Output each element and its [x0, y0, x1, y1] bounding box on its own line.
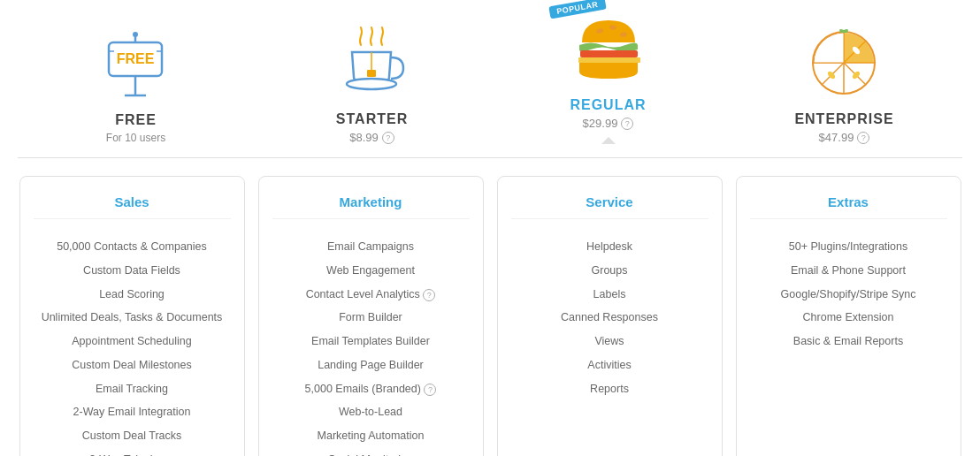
list-item: Custom Deal Milestones: [34, 353, 231, 377]
list-item: Web Engagement: [272, 259, 470, 283]
list-item: Email Campaigns: [272, 235, 470, 259]
analytics-help-icon[interactable]: ?: [423, 289, 435, 301]
emails-help-icon[interactable]: ?: [424, 384, 436, 396]
list-item: Email Tracking: [34, 377, 231, 401]
extras-title: Extras: [750, 194, 947, 219]
list-item: Social Monitoring: [272, 448, 470, 456]
list-item: Custom Data Fields: [34, 259, 231, 283]
marketing-card: Marketing Email Campaigns Web Engagement…: [258, 176, 484, 456]
marketing-title: Marketing: [272, 194, 470, 219]
pricing-container: FREE FREE For 10 users: [0, 0, 980, 456]
list-item: Chrome Extension: [750, 306, 947, 330]
regular-icon: POPULAR: [569, 9, 648, 88]
list-item: 2-Way Telephony: [34, 448, 231, 456]
free-icon: FREE: [96, 24, 176, 103]
plan-regular[interactable]: POPULAR REGULAR: [511, 9, 706, 144]
extras-card: Extras 50+ Plugins/Integrations Email & …: [736, 176, 961, 456]
list-item: Views: [511, 330, 708, 353]
features-grid: Sales 50,000 Contacts & Companies Custom…: [18, 176, 962, 456]
service-title: Service: [511, 194, 708, 219]
list-item: Marketing Automation: [272, 424, 470, 448]
list-item: Helpdesk: [511, 235, 708, 259]
svg-text:FREE: FREE: [117, 51, 155, 66]
list-item: Lead Scoring: [34, 283, 231, 307]
plan-starter-price: $8.99 ?: [349, 131, 394, 144]
list-item: 2-Way Email Integration: [34, 400, 231, 424]
svg-point-1: [133, 32, 138, 37]
service-card: Service Helpdesk Groups Labels Canned Re…: [497, 176, 723, 456]
list-item: Web-to-Lead: [272, 400, 470, 424]
extras-list: 50+ Plugins/Integrations Email & Phone S…: [750, 235, 947, 353]
plan-starter[interactable]: STARTER $8.99 ?: [275, 23, 470, 144]
svg-point-8: [347, 79, 396, 89]
starter-icon: [333, 23, 412, 103]
list-item: Landing Page Builder: [272, 353, 470, 377]
service-list: Helpdesk Groups Labels Canned Responses …: [511, 235, 708, 400]
list-item: Form Builder: [272, 306, 470, 330]
plan-free-name: FREE: [115, 112, 157, 128]
list-item: Unlimited Deals, Tasks & Documents: [34, 306, 231, 330]
list-item: 50+ Plugins/Integrations: [750, 235, 947, 259]
list-item: Canned Responses: [511, 306, 708, 330]
list-item: Reports: [511, 377, 708, 401]
list-item: Basic & Email Reports: [750, 330, 947, 353]
starter-help-icon[interactable]: ?: [382, 132, 394, 144]
list-item: Appointment Scheduling: [34, 330, 231, 353]
plan-free[interactable]: FREE FREE For 10 users: [39, 24, 234, 144]
svg-rect-14: [580, 50, 638, 57]
list-item: Contact Level Analytics ?: [272, 283, 470, 307]
plan-enterprise-name: ENTERPRISE: [794, 111, 893, 127]
sales-title: Sales: [34, 194, 231, 219]
sales-card: Sales 50,000 Contacts & Companies Custom…: [19, 176, 245, 456]
plans-header: FREE FREE For 10 users: [18, 9, 962, 158]
list-item: 50,000 Contacts & Companies: [34, 235, 231, 259]
plan-regular-price: $29.99 ?: [583, 117, 634, 130]
plan-starter-name: STARTER: [336, 111, 408, 127]
list-item: Groups: [511, 259, 708, 283]
regular-arrow: [601, 137, 616, 144]
svg-rect-10: [367, 70, 376, 77]
list-item: Google/Shopify/Stripe Sync: [750, 283, 947, 307]
list-item: Custom Deal Tracks: [34, 424, 231, 448]
list-item: Email & Phone Support: [750, 259, 947, 283]
plan-enterprise-price: $47.99 ?: [819, 131, 870, 144]
sales-list: 50,000 Contacts & Companies Custom Data …: [34, 235, 231, 456]
plan-free-subtitle: For 10 users: [106, 132, 165, 144]
list-item: Email Templates Builder: [272, 330, 470, 353]
plan-enterprise[interactable]: ENTERPRISE $47.99 ?: [747, 23, 942, 144]
list-item: 5,000 Emails (Branded) ?: [272, 377, 470, 401]
marketing-list: Email Campaigns Web Engagement Contact L…: [272, 235, 470, 456]
enterprise-help-icon[interactable]: ?: [857, 132, 869, 144]
regular-help-icon[interactable]: ?: [621, 118, 633, 130]
enterprise-icon: [805, 23, 884, 103]
svg-rect-15: [578, 57, 640, 63]
list-item: Labels: [511, 283, 708, 307]
list-item: Activities: [511, 353, 708, 377]
plan-regular-name: REGULAR: [570, 97, 646, 113]
